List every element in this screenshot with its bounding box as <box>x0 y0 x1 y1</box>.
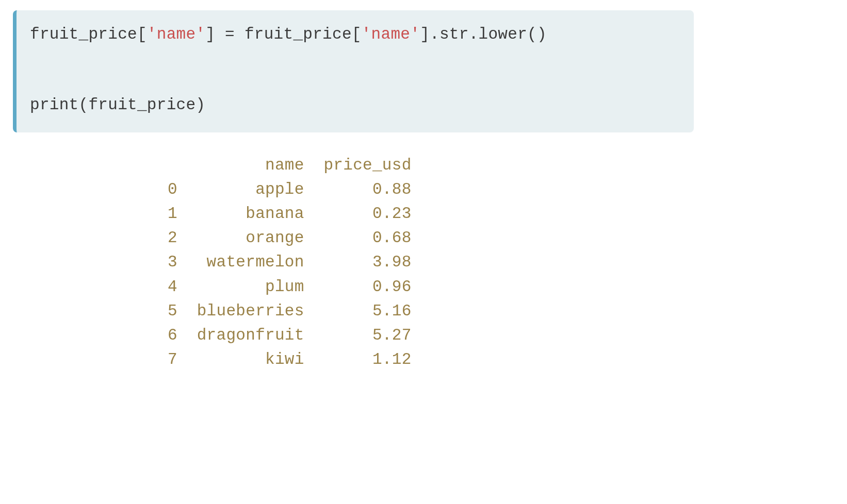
blank-line <box>30 47 680 93</box>
code-line-2: print(fruit_price) <box>30 93 680 117</box>
code-string: 'name' <box>362 25 420 43</box>
output-text: name price_usd 0 apple 0.88 1 banana 0.2… <box>168 156 412 368</box>
code-block: fruit_price['name'] = fruit_price['name'… <box>13 10 694 132</box>
code-string: 'name' <box>147 25 205 43</box>
code-line-1: fruit_price['name'] = fruit_price['name'… <box>30 23 680 47</box>
code-text: ] = fruit_price[ <box>205 25 361 43</box>
output-block: name price_usd 0 apple 0.88 1 banana 0.2… <box>168 153 834 372</box>
code-text: fruit_price[ <box>30 25 147 43</box>
code-text: ].str.lower() <box>420 25 547 43</box>
